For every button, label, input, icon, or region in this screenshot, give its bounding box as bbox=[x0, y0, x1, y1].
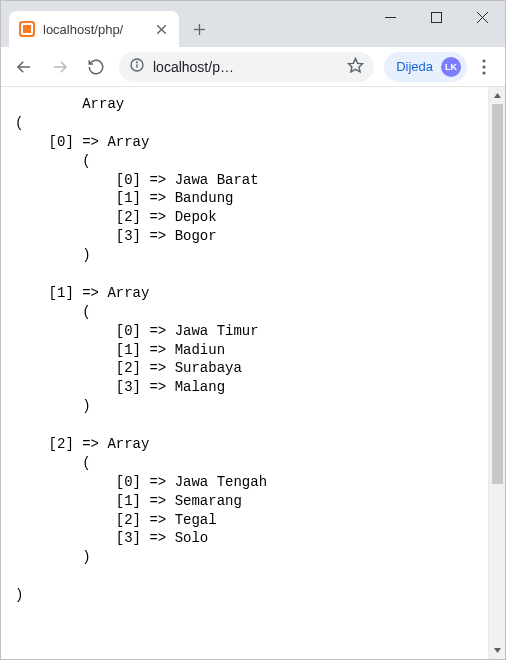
reload-button[interactable] bbox=[79, 52, 113, 82]
scroll-thumb[interactable] bbox=[492, 104, 503, 484]
close-window-button[interactable] bbox=[459, 1, 505, 33]
maximize-button[interactable] bbox=[413, 1, 459, 33]
tab-close-button[interactable] bbox=[153, 21, 169, 37]
svg-marker-18 bbox=[494, 648, 501, 653]
titlebar: localhost/php/ bbox=[1, 1, 505, 47]
svg-point-16 bbox=[482, 71, 485, 74]
svg-marker-17 bbox=[494, 93, 501, 98]
scroll-down-button[interactable] bbox=[489, 642, 506, 659]
chevron-down-icon bbox=[493, 646, 502, 655]
kebab-icon bbox=[482, 59, 486, 75]
url-text: localhost/p… bbox=[153, 59, 339, 75]
close-icon bbox=[157, 25, 166, 34]
site-info-icon[interactable] bbox=[129, 57, 145, 76]
browser-tab[interactable]: localhost/php/ bbox=[9, 11, 179, 47]
svg-point-14 bbox=[482, 59, 485, 62]
window-controls bbox=[367, 1, 505, 33]
minimize-icon bbox=[385, 12, 396, 23]
toolbar: localhost/p… Dijeda LK bbox=[1, 47, 505, 87]
plus-icon bbox=[193, 23, 206, 36]
tab-title: localhost/php/ bbox=[43, 22, 147, 37]
profile-chip[interactable]: Dijeda LK bbox=[384, 52, 467, 82]
bookmark-button[interactable] bbox=[347, 57, 364, 77]
svg-rect-1 bbox=[431, 12, 441, 22]
new-tab-button[interactable] bbox=[185, 15, 213, 43]
arrow-left-icon bbox=[15, 58, 33, 76]
svg-marker-13 bbox=[349, 58, 363, 71]
star-icon bbox=[347, 57, 364, 74]
maximize-icon bbox=[431, 12, 442, 23]
forward-button[interactable] bbox=[43, 52, 77, 82]
page-content: Array ( [0] => Array ( [0] => Jawa Barat… bbox=[1, 87, 488, 659]
php-array-output: Array ( [0] => Array ( [0] => Jawa Barat… bbox=[15, 95, 482, 605]
viewport: Array ( [0] => Array ( [0] => Jawa Barat… bbox=[1, 87, 505, 659]
back-button[interactable] bbox=[7, 52, 41, 82]
scroll-up-button[interactable] bbox=[489, 87, 506, 104]
address-bar[interactable]: localhost/p… bbox=[119, 52, 374, 82]
scrollbar[interactable] bbox=[488, 87, 505, 659]
xampp-favicon bbox=[19, 21, 35, 37]
close-icon bbox=[477, 12, 488, 23]
reload-icon bbox=[87, 58, 105, 76]
svg-point-12 bbox=[137, 62, 138, 63]
svg-point-15 bbox=[482, 65, 485, 68]
minimize-button[interactable] bbox=[367, 1, 413, 33]
menu-button[interactable] bbox=[469, 52, 499, 82]
chevron-up-icon bbox=[493, 91, 502, 100]
avatar: LK bbox=[441, 57, 461, 77]
profile-label: Dijeda bbox=[396, 59, 433, 74]
arrow-right-icon bbox=[51, 58, 69, 76]
